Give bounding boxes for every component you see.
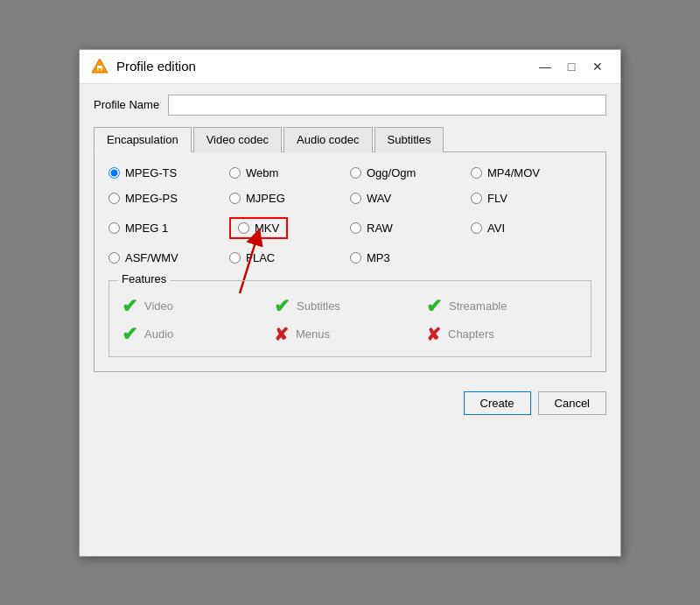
radio-webm[interactable]: Webm bbox=[229, 166, 350, 179]
radio-mjpeg[interactable]: MJPEG bbox=[229, 192, 350, 205]
radio-ogg-ogm[interactable]: Ogg/Ogm bbox=[350, 166, 471, 179]
tab-audio-codec[interactable]: Audio codec bbox=[284, 127, 373, 152]
radio-mpeg1[interactable]: MPEG 1 bbox=[108, 217, 229, 239]
vlc-icon bbox=[90, 57, 109, 76]
profile-name-row: Profile Name bbox=[94, 95, 606, 116]
radio-mkv[interactable]: MKV bbox=[229, 217, 288, 239]
title-bar-controls: — □ ✕ bbox=[533, 57, 610, 76]
create-button[interactable]: Create bbox=[464, 391, 531, 415]
check-icon-streamable: ✔ bbox=[426, 297, 442, 316]
feature-video: ✔ Video bbox=[122, 297, 274, 316]
feature-label-audio: Audio bbox=[144, 327, 173, 341]
check-icon-subtitles: ✔ bbox=[274, 297, 290, 316]
profile-name-input[interactable] bbox=[168, 95, 606, 116]
cancel-button[interactable]: Cancel bbox=[538, 391, 606, 415]
feature-subtitles: ✔ Subtitles bbox=[274, 297, 426, 316]
feature-label-chapters: Chapters bbox=[448, 327, 494, 341]
features-section: Features ✔ Video ✔ Subtitles ✔ Streamabl… bbox=[108, 280, 592, 357]
feature-label-subtitles: Subtitles bbox=[297, 299, 340, 313]
maximize-button[interactable]: □ bbox=[559, 57, 584, 76]
close-button[interactable]: ✕ bbox=[585, 57, 610, 76]
radio-mpeg-ps[interactable]: MPEG-PS bbox=[108, 192, 229, 205]
radio-asf-wmv[interactable]: ASF/WMV bbox=[108, 251, 229, 264]
radio-grid-wrapper: MPEG-TS Webm Ogg/Ogm MP4/MOV MPEG-PS bbox=[108, 166, 592, 264]
dialog-footer: Create Cancel bbox=[80, 383, 620, 426]
cross-icon-menus: ✘ bbox=[274, 326, 289, 343]
window-title: Profile edition bbox=[116, 59, 196, 74]
radio-mp3[interactable]: MP3 bbox=[350, 251, 471, 264]
check-icon-video: ✔ bbox=[122, 297, 137, 316]
tab-encapsulation[interactable]: Encapsulation bbox=[94, 127, 192, 152]
features-legend: Features bbox=[118, 272, 170, 285]
tab-content-encapsulation: MPEG-TS Webm Ogg/Ogm MP4/MOV MPEG-PS bbox=[94, 152, 606, 372]
check-icon-audio: ✔ bbox=[122, 325, 137, 344]
radio-mp4-mov[interactable]: MP4/MOV bbox=[471, 166, 592, 179]
feature-label-streamable: Streamable bbox=[449, 299, 507, 313]
minimize-button[interactable]: — bbox=[533, 57, 557, 76]
svg-rect-2 bbox=[99, 68, 102, 72]
radio-wav[interactable]: WAV bbox=[350, 192, 471, 205]
feature-label-video: Video bbox=[144, 299, 173, 313]
features-grid: ✔ Video ✔ Subtitles ✔ Streamable ✔ Audio bbox=[122, 297, 578, 344]
feature-audio: ✔ Audio bbox=[122, 325, 274, 344]
feature-label-menus: Menus bbox=[296, 327, 330, 341]
radio-avi[interactable]: AVI bbox=[471, 217, 592, 239]
title-bar: Profile edition — □ ✕ bbox=[80, 50, 620, 84]
feature-chapters: ✘ Chapters bbox=[426, 325, 578, 344]
radio-raw[interactable]: RAW bbox=[350, 217, 471, 239]
radio-mpeg-ts[interactable]: MPEG-TS bbox=[108, 166, 229, 179]
cross-icon-chapters: ✘ bbox=[426, 326, 441, 343]
encapsulation-radio-grid: MPEG-TS Webm Ogg/Ogm MP4/MOV MPEG-PS bbox=[108, 166, 592, 264]
profile-name-label: Profile Name bbox=[94, 98, 159, 111]
feature-menus: ✘ Menus bbox=[274, 325, 426, 344]
tab-subtitles[interactable]: Subtitles bbox=[374, 127, 444, 152]
title-bar-left: Profile edition bbox=[90, 57, 196, 76]
tabs-bar: Encapsulation Video codec Audio codec Su… bbox=[94, 126, 606, 152]
radio-flac[interactable]: FLAC bbox=[229, 251, 350, 264]
dialog-content: Profile Name Encapsulation Video codec A… bbox=[80, 84, 620, 383]
feature-streamable: ✔ Streamable bbox=[426, 297, 578, 316]
radio-flv[interactable]: FLV bbox=[471, 192, 592, 205]
tab-video-codec[interactable]: Video codec bbox=[193, 127, 282, 152]
profile-edition-window: Profile edition — □ ✕ Profile Name Encap… bbox=[79, 49, 621, 557]
